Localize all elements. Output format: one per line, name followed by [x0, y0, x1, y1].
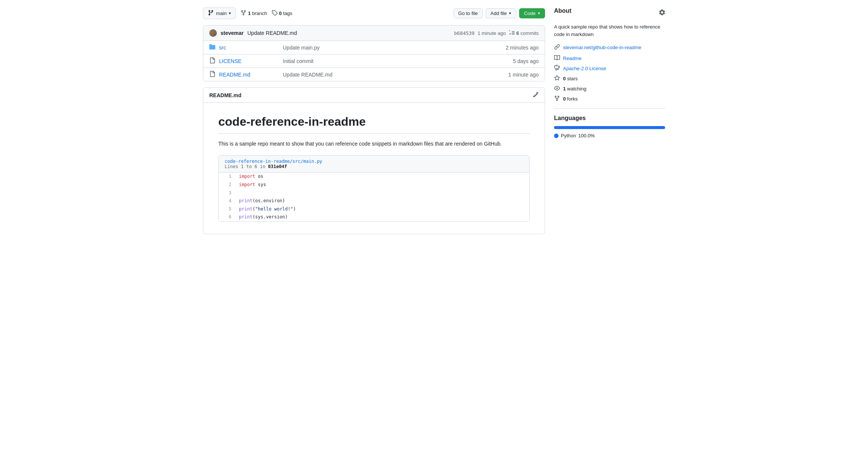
toolbar-right: Go to file Add file ▾ Code ▾ [454, 8, 545, 18]
latest-commit-row: stevemar Update README.md b684539 1 minu… [203, 26, 545, 41]
license-label[interactable]: Apache-2.0 License [563, 66, 606, 71]
file-commit-msg: Update main.py [283, 45, 502, 51]
forks-count[interactable]: 0 forks [563, 96, 578, 102]
commit-hash[interactable]: b684539 [454, 30, 475, 36]
line-number: 6 [219, 213, 237, 221]
settings-button[interactable] [659, 9, 665, 17]
readme-heading: code-reference-in-readme [218, 115, 530, 134]
stars-count[interactable]: 0 stars [563, 76, 578, 81]
main-content: main ▾ 1 branch [203, 8, 545, 234]
code-ref-lines-label: Lines 1 to 6 in 031e04f [225, 164, 523, 169]
about-description: A quick sample repo that shows how to re… [554, 23, 665, 38]
commit-meta: b684539 1 minute ago 6 commits [454, 30, 539, 36]
watching-item: 1 watching [554, 85, 665, 92]
code-line: 6 print(sys.version) [219, 213, 529, 221]
chevron-down-icon: ▾ [229, 11, 231, 16]
file-name[interactable]: src [219, 45, 279, 51]
file-name[interactable]: LICENSE [219, 58, 279, 64]
tag-icon [272, 10, 278, 17]
line-number: 3 [219, 189, 237, 197]
file-time: 5 days ago [513, 58, 539, 64]
line-code: print("hello world!") [237, 205, 529, 213]
commit-time: 1 minute ago [478, 30, 506, 36]
sidebar-divider [554, 108, 665, 109]
language-percent: 100.0% [578, 133, 595, 138]
table-row: src Update main.py 2 minutes ago [203, 41, 545, 54]
code-ref-path[interactable]: code-reference-in-readme/src/main.py [225, 159, 523, 164]
book-icon [554, 55, 560, 62]
stars-item: 0 stars [554, 75, 665, 82]
about-title: About [554, 8, 571, 14]
file-icon [209, 57, 215, 65]
branch-count[interactable]: 1 branch [248, 11, 267, 16]
readme-box: README.md code-reference-in-readme This … [203, 87, 545, 234]
readme-title: README.md [209, 92, 242, 98]
forks-item: 0 forks [554, 95, 665, 102]
readme-body: code-reference-in-readme This is a sampl… [203, 103, 545, 234]
eye-icon [554, 85, 560, 92]
line-code: import sys [237, 181, 529, 189]
link-icon [554, 44, 560, 51]
line-code: import os [237, 173, 529, 181]
tag-count[interactable]: 0 tags [279, 11, 292, 16]
language-item: Python 100.0% [554, 133, 665, 138]
line-code: print(sys.version) [237, 213, 529, 221]
avatar [209, 29, 217, 37]
about-website-url: stevemar.net/github-code-in-readme [563, 45, 641, 50]
readme-label[interactable]: Readme [563, 56, 581, 61]
add-file-button[interactable]: Add file ▾ [486, 8, 516, 18]
code-line: 5 print("hello world!") [219, 205, 529, 213]
line-number: 2 [219, 181, 237, 189]
about-website-link[interactable]: stevemar.net/github-code-in-readme [554, 44, 665, 51]
code-table: 1 import os 2 import sys 3 [219, 173, 529, 221]
readme-header: README.md [203, 88, 545, 103]
file-time: 2 minutes ago [506, 45, 539, 51]
languages-title: Languages [554, 115, 665, 122]
code-ref-header: code-reference-in-readme/src/main.py Lin… [219, 156, 529, 173]
code-line: 2 import sys [219, 181, 529, 189]
toolbar: main ▾ 1 branch [203, 8, 545, 19]
language-dot [554, 134, 559, 138]
branch-name: main [216, 11, 227, 16]
branch-icon [208, 10, 214, 17]
code-reference-box: code-reference-in-readme/src/main.py Lin… [218, 155, 530, 222]
license-item: Apache-2.0 License [554, 65, 665, 72]
branch-selector-button[interactable]: main ▾ [203, 8, 236, 19]
file-icon [209, 71, 215, 78]
fork-icon [554, 95, 560, 102]
code-button[interactable]: Code ▾ [519, 8, 545, 18]
line-code: print(os.environ) [237, 197, 529, 205]
line-number: 4 [219, 197, 237, 205]
table-row: README.md Update README.md 1 minute ago [203, 68, 545, 81]
branch-count-info: 1 branch [240, 10, 267, 17]
line-code [237, 189, 529, 197]
line-number: 1 [219, 173, 237, 181]
readme-item: Readme [554, 55, 665, 62]
chevron-down-icon-code: ▾ [538, 11, 540, 16]
file-table: stevemar Update README.md b684539 1 minu… [203, 25, 545, 81]
commits-link[interactable]: 6 commits [509, 30, 539, 36]
code-line: 4 print(os.environ) [219, 197, 529, 205]
law-icon [554, 65, 560, 72]
star-icon [554, 75, 560, 82]
commit-author[interactable]: stevemar [221, 30, 244, 36]
code-line: 1 import os [219, 173, 529, 181]
code-line: 3 [219, 189, 529, 197]
language-bar [554, 126, 665, 129]
watching-count[interactable]: 1 watching [563, 86, 586, 92]
tag-count-info: 0 tags [272, 10, 292, 17]
sidebar: About A quick sample repo that shows how… [554, 8, 665, 234]
chevron-down-icon-add: ▾ [509, 11, 511, 16]
readme-description: This is a sample repo meant to show that… [218, 140, 530, 148]
branch-fork-icon [240, 10, 246, 17]
folder-icon [209, 44, 215, 51]
file-commit-msg: Update README.md [283, 72, 505, 78]
edit-readme-button[interactable] [533, 92, 539, 99]
file-commit-msg: Initial commit [283, 58, 509, 64]
language-name: Python [561, 133, 576, 138]
go-to-file-button[interactable]: Go to file [454, 8, 483, 18]
commit-message: Update README.md [248, 30, 297, 36]
table-row: LICENSE Initial commit 5 days ago [203, 54, 545, 68]
file-time: 1 minute ago [508, 72, 539, 78]
file-name[interactable]: README.md [219, 72, 279, 78]
